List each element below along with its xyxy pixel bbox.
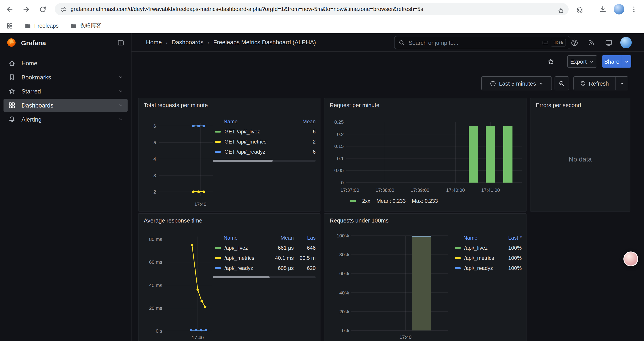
sidebar-item-starred[interactable]: Starred — [4, 85, 128, 98]
axis-tick-label: 60 ms — [149, 260, 162, 265]
legend-row[interactable]: GET /api/_readyz6 — [213, 147, 316, 157]
monitor-icon[interactable] — [603, 37, 614, 48]
legend-row[interactable]: /api/_readyz100% — [453, 263, 522, 273]
time-range-button[interactable]: Last 5 minutes — [481, 76, 552, 90]
profile-icon[interactable] — [614, 4, 624, 15]
chevron-down-icon[interactable] — [118, 103, 123, 108]
series-mean: Mean: 0.233 — [376, 198, 406, 204]
zoom-out-button[interactable] — [554, 76, 569, 90]
axis-tick-label: 80% — [339, 252, 349, 257]
bookmark-item[interactable]: Freeleaps — [24, 22, 58, 30]
back-button[interactable] — [4, 3, 16, 15]
legend-header-mean[interactable]: Mean — [294, 119, 316, 125]
axis-tick-label: 80 ms — [149, 237, 162, 242]
legend-row[interactable]: /api/_metrics40.1 ms20.5 m — [213, 253, 316, 263]
chevron-down-icon — [539, 81, 544, 86]
axis-tick-label: 60% — [339, 271, 349, 276]
search-shortcut: ⌘+k — [550, 39, 566, 47]
panel-title[interactable]: Average response time — [144, 217, 202, 224]
sidebar-collapse-icon[interactable] — [117, 39, 124, 46]
chevron-down-icon[interactable] — [118, 117, 123, 122]
legend-header-name[interactable]: Name — [453, 235, 497, 241]
bookmarks-bar: Freeleaps收藏博客 — [0, 19, 644, 33]
sidebar-nav: HomeBookmarksStarredDashboardsAlerting — [0, 52, 131, 126]
legend-header-last[interactable]: Last * — [497, 235, 522, 241]
series-last: 100% — [497, 245, 522, 251]
export-button[interactable]: Export — [567, 55, 597, 68]
panel-requests-per-minute: Request per minute 2xx Mean: 0.233 Max: … — [324, 98, 526, 212]
bookmark-item[interactable]: 收藏博客 — [70, 22, 102, 30]
user-avatar[interactable] — [620, 37, 632, 48]
legend-header-name[interactable]: Name — [213, 235, 266, 241]
sidebar-item-dashboards[interactable]: Dashboards — [4, 99, 128, 112]
legend-row[interactable]: /api/_readyz605 µs620 — [213, 263, 316, 273]
grafana-app: Grafana HomeBookmarksStarredDashboardsAl… — [0, 33, 644, 341]
extensions-icon[interactable] — [574, 3, 586, 15]
legend-row[interactable]: GET /api/_metrics2 — [213, 137, 316, 147]
axis-tick-label: 0 s — [156, 328, 162, 333]
breadcrumb-item[interactable]: Home — [146, 39, 162, 46]
floating-avatar[interactable] — [624, 251, 638, 266]
panel-title[interactable]: Request per minute — [330, 102, 380, 108]
series-name: GET /api/_livez — [224, 128, 260, 135]
chevron-down-icon[interactable] — [118, 75, 123, 80]
bookmark-star-icon[interactable] — [556, 5, 566, 15]
url-input[interactable]: grafana.mathmast.com/d/deytv4rwavabkb/fr… — [55, 3, 568, 15]
download-icon[interactable] — [597, 3, 609, 15]
legend-row[interactable]: GET /api/_livez6 — [213, 126, 316, 137]
series-name[interactable]: 2xx — [362, 198, 370, 204]
brand-title: Grafana — [21, 39, 46, 46]
refresh-interval-caret[interactable] — [615, 76, 628, 90]
panel-title[interactable]: Total requests per minute — [144, 102, 208, 108]
forward-button[interactable] — [20, 3, 32, 15]
favorite-star-button[interactable] — [545, 56, 556, 67]
scrollbar-thumb[interactable] — [213, 276, 270, 278]
scrollbar-thumb[interactable] — [213, 160, 272, 162]
series-last: 620 — [294, 265, 316, 271]
legend-row[interactable]: /api/_metrics100% — [453, 253, 522, 263]
sidebar-item-bookmarks[interactable]: Bookmarks — [4, 71, 128, 84]
legend-header-mean[interactable]: Mean — [266, 235, 294, 241]
menu-icon[interactable] — [628, 3, 640, 15]
axis-tick-label: 0.05 — [334, 168, 344, 173]
no-data-text: No data — [530, 155, 630, 163]
axis-tick-label: 0.2 — [337, 131, 344, 137]
axis-tick-label: 3 — [154, 173, 156, 178]
legend-row[interactable]: /api/_livez100% — [453, 243, 522, 253]
share-caret-button[interactable] — [622, 55, 631, 68]
refresh-button[interactable]: Refresh — [574, 76, 615, 90]
bookmark-label: Freeleaps — [34, 23, 58, 29]
legend-row[interactable]: /api/_livez661 µs646 — [213, 243, 316, 253]
series-swatch — [215, 141, 221, 142]
site-info-icon[interactable] — [60, 6, 67, 13]
legend-header-name[interactable]: Name — [213, 119, 294, 125]
panel-title[interactable]: Requests under 100ms — [330, 217, 389, 224]
legend-scrollbar[interactable] — [213, 276, 316, 278]
total-requests-chart — [159, 122, 213, 201]
panel-title[interactable]: Errors per second — [536, 102, 581, 108]
help-icon[interactable] — [569, 37, 580, 48]
main-area: Home›Dashboards›Freeleaps Metrics Dashbo… — [132, 33, 644, 341]
legend-scrollbar[interactable] — [213, 160, 316, 162]
grafana-logo[interactable] — [6, 38, 16, 47]
reload-button[interactable] — [36, 3, 49, 15]
bell-icon — [8, 115, 16, 123]
chevron-down-icon[interactable] — [118, 89, 123, 94]
axis-tick-label: 6 — [154, 123, 156, 129]
apps-grid-icon[interactable] — [6, 22, 13, 29]
search-input[interactable]: Search or jump to... ⌘+k — [394, 36, 570, 49]
sidebar-item-label: Alerting — [22, 116, 42, 123]
url-text: grafana.mathmast.com/d/deytv4rwavabkb/fr… — [70, 6, 423, 12]
search-placeholder: Search or jump to... — [408, 39, 539, 46]
sidebar-item-home[interactable]: Home — [4, 57, 128, 70]
rss-icon[interactable] — [586, 37, 597, 48]
sidebar-item-alerting[interactable]: Alerting — [4, 113, 128, 126]
series-mean: 40.1 ms — [266, 255, 294, 261]
breadcrumb-item[interactable]: Dashboards — [172, 39, 204, 46]
chevron-down-icon — [619, 81, 624, 86]
legend-header-last[interactable]: Las — [294, 235, 316, 241]
axis-tick-label: 17:40:00 — [446, 187, 465, 193]
search-icon — [398, 39, 405, 46]
share-button[interactable]: Share — [602, 55, 622, 68]
panel-legend: Name Mean Las /api/_livez661 µs646/api/_… — [213, 233, 316, 278]
